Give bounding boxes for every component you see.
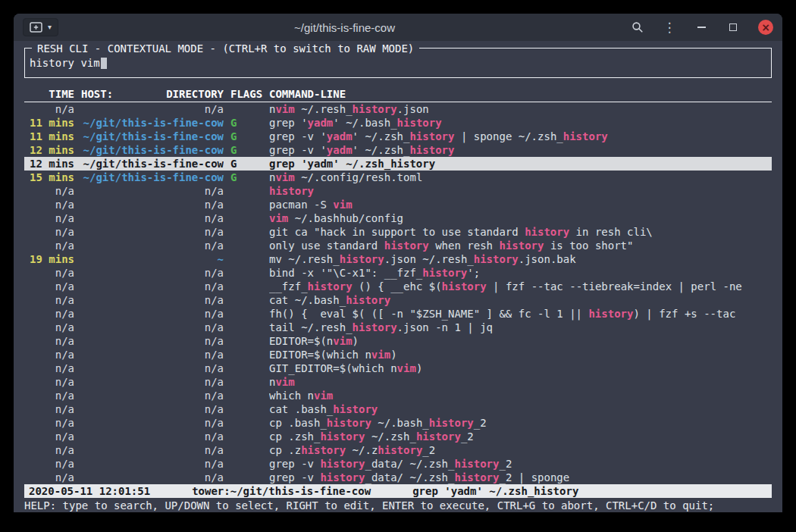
match-text: history (454, 471, 499, 483)
row-command: history (269, 184, 772, 198)
history-row[interactable]: n/an/acp .zsh_history ~/.zsh_history_2 (24, 430, 772, 443)
history-row[interactable]: n/an/avim ~/.bashhub/config (24, 211, 772, 225)
match-text: vim (333, 199, 352, 211)
history-row[interactable]: 12 mins~/git/this-is-fine-cowGgrep 'yadm… (24, 157, 772, 171)
row-time: 12 mins (29, 143, 74, 157)
row-flags (230, 321, 262, 334)
row-command: git ca "hack in support to use standard … (269, 225, 772, 239)
titlebar-right: ⋮ × (631, 20, 773, 35)
row-flags: G (230, 143, 262, 157)
row-flags (230, 389, 262, 402)
history-row[interactable]: n/an/agrep -v history_data/ ~/.zsh_histo… (24, 457, 772, 471)
history-row[interactable]: n/an/acp .zhistory ~/.zhistory_2 (24, 443, 772, 457)
terminal-content[interactable]: RESH CLI - CONTEXTUAL MODE - (CTRL+R to … (14, 41, 782, 512)
row-time: n/a (29, 102, 74, 116)
new-terminal-button[interactable]: ▾ (23, 18, 58, 36)
row-directory: n/a (81, 239, 224, 252)
row-time: n/a (29, 416, 74, 430)
match-text: history (588, 308, 633, 320)
row-time: n/a (29, 280, 74, 293)
row-flags (230, 198, 262, 211)
row-time: n/a (29, 266, 74, 280)
history-row[interactable]: 19 mins~mv ~/.resh_history.json ~/.resh_… (24, 252, 772, 266)
history-row[interactable]: 11 mins~/git/this-is-fine-cowGgrep 'yadm… (24, 116, 772, 130)
match-text: history (333, 403, 378, 415)
history-row[interactable]: n/an/apacman -S vim (24, 198, 772, 211)
row-command: fh() { eval $( ([ -n "$ZSH_NAME" ] && fc… (269, 307, 772, 321)
match-text: history (320, 458, 365, 470)
history-row[interactable]: n/an/aonly use standard history when res… (24, 239, 772, 252)
row-time: n/a (29, 361, 74, 375)
minimize-icon (697, 27, 706, 28)
history-row[interactable]: 15 mins~/git/this-is-fine-cowGnvim ~/.co… (24, 171, 772, 184)
row-time: n/a (29, 334, 74, 348)
history-row[interactable]: n/an/agrep -v history_data/ ~/.zsh_histo… (24, 471, 772, 484)
window-title: ~/git/this-is-fine-cow (58, 21, 631, 34)
column-header-flags: FLAGS (230, 87, 262, 102)
status-command: grep 'yadm' ~/.zsh_history (412, 484, 578, 498)
history-row[interactable]: 12 mins~/git/this-is-fine-cowGgrep -v 'y… (24, 143, 772, 157)
match-text: vim (333, 335, 352, 347)
history-row[interactable]: n/an/awhich nvim (24, 389, 772, 402)
history-row[interactable]: n/an/acat .bash_history (24, 402, 772, 416)
history-row[interactable]: n/an/anvim ~/.resh_history.json (24, 102, 772, 116)
column-header-command: COMMAND-LINE (269, 87, 772, 102)
match-text: history (378, 444, 422, 456)
match-text: vim (275, 376, 294, 388)
history-row[interactable]: n/an/aEDITOR=$(nvim) (24, 334, 772, 348)
history-row[interactable]: n/an/agit ca "hack in support to use sta… (24, 225, 772, 239)
history-row[interactable]: n/an/anvim (24, 375, 772, 389)
row-flags (230, 184, 262, 198)
row-time: n/a (29, 375, 74, 389)
history-row[interactable]: n/an/afh() { eval $( ([ -n "$ZSH_NAME" ]… (24, 307, 772, 321)
row-flags: G (230, 130, 262, 143)
row-command: cat ~/.bash_history (269, 293, 772, 307)
row-time: n/a (29, 321, 74, 334)
row-flags: G (230, 116, 262, 130)
row-time: n/a (29, 443, 74, 457)
row-flags (230, 430, 262, 443)
history-row[interactable]: n/an/ahistory (24, 184, 772, 198)
row-directory: n/a (81, 102, 224, 116)
match-text: history (320, 430, 365, 443)
titlebar-left: ▾ (23, 18, 58, 36)
row-command: cp .bash_history ~/.bash_history_2 (269, 416, 772, 430)
row-command: cat .bash_history (269, 402, 772, 416)
match-text: history (422, 267, 467, 279)
row-command: nvim ~/.resh_history.json (269, 102, 772, 116)
row-directory: n/a (81, 198, 224, 211)
row-time: n/a (29, 430, 74, 443)
match-text: history (454, 458, 499, 470)
match-text: history (308, 280, 353, 293)
history-row[interactable]: n/an/acp .bash_history ~/.bash_history_2 (24, 416, 772, 430)
history-row[interactable]: n/an/aGIT_EDITOR=$(which nvim) (24, 361, 772, 375)
row-flags (230, 334, 262, 348)
match-text: yadm (308, 158, 334, 170)
terminal-window: ▾ ~/git/this-is-fine-cow ⋮ × RESH CLI - … (14, 14, 782, 512)
history-row[interactable]: n/an/a__fzf_history () { __ehc $(history… (24, 280, 772, 293)
help-line: HELP: type to search, UP/DOWN to select,… (24, 499, 772, 512)
minimize-button[interactable] (694, 20, 708, 34)
column-header-directory: HOST: DIRECTORY (81, 87, 224, 102)
close-button[interactable]: × (758, 20, 773, 35)
match-text: history (429, 417, 474, 429)
titlebar: ▾ ~/git/this-is-fine-cow ⋮ × (14, 14, 782, 41)
row-directory: ~/git/this-is-fine-cow (81, 116, 224, 130)
row-command: cp .zsh_history ~/.zsh_history_2 (269, 430, 772, 443)
history-row[interactable]: n/an/atail ~/.resh_history.json -n 1 | j… (24, 321, 772, 334)
row-flags (230, 293, 262, 307)
row-flags (230, 225, 262, 239)
search-icon[interactable] (631, 20, 644, 34)
row-directory: ~/git/this-is-fine-cow (81, 143, 224, 157)
history-row[interactable]: 11 mins~/git/this-is-fine-cowGgrep -v 'y… (24, 130, 772, 143)
match-text: history (384, 239, 429, 252)
menu-icon[interactable]: ⋮ (663, 20, 676, 34)
search-input[interactable]: history vim (30, 56, 771, 70)
history-row[interactable]: n/an/acat ~/.bash_history (24, 293, 772, 307)
history-row[interactable]: n/an/abind -x '"\C-x1": __fzf_history'; (24, 266, 772, 280)
match-text: history (340, 253, 384, 265)
restore-button[interactable] (726, 20, 740, 34)
row-time: n/a (29, 348, 74, 361)
history-row[interactable]: n/an/aEDITOR=$(which nvim) (24, 348, 772, 361)
row-command: only use standard history when resh hist… (269, 239, 772, 252)
